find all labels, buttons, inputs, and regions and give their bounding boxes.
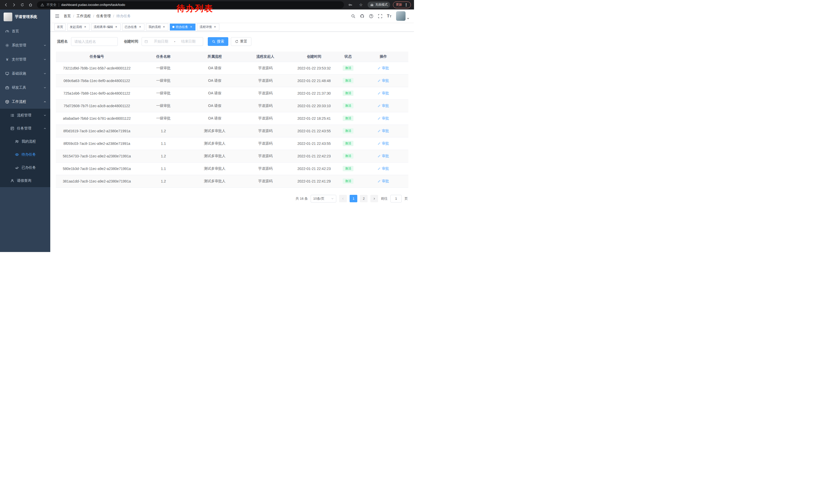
cell-created: 2022-01-21 22:43:55 (290, 137, 338, 150)
app-logo[interactable]: 芋道管理系统 (0, 9, 50, 24)
reset-button[interactable]: 重置 (231, 37, 251, 46)
sidebar-item-leave-query[interactable]: 请假查询 (0, 174, 50, 187)
help-button[interactable] (369, 13, 373, 18)
tab-5[interactable]: 待办任务 (170, 24, 196, 31)
user-menu[interactable] (396, 11, 409, 21)
prev-page-button[interactable] (339, 195, 347, 202)
approve-button[interactable]: 审批 (378, 116, 389, 121)
chevron-down-icon (44, 58, 46, 61)
fullscreen-button[interactable] (378, 13, 382, 18)
font-size-button[interactable] (387, 14, 392, 18)
approve-button[interactable]: 审批 (378, 166, 389, 171)
approve-button[interactable]: 审批 (378, 129, 389, 133)
approve-button[interactable]: 审批 (378, 154, 389, 158)
approve-button[interactable]: 审批 (378, 179, 389, 184)
browser-forward-button[interactable] (10, 1, 18, 9)
kebab-menu-icon[interactable] (404, 3, 408, 7)
cell-task-id: 381aa1dd-7ac8-11ec-a9e2-a2380e71991a (56, 175, 138, 187)
tab-3[interactable]: 已办任务 (122, 24, 144, 31)
approve-button[interactable]: 审批 (378, 91, 389, 96)
tab-2[interactable]: 流程表单-编辑 (91, 24, 121, 31)
tab-1[interactable]: 发起流程 (67, 24, 89, 31)
sidebar-item-dev-tools[interactable]: 研发工具 (0, 81, 50, 95)
cell-task-id: 73211d9d-7b9b-11ec-b5b7-acde48001122 (56, 62, 138, 74)
browser-update-button[interactable]: 更新 (393, 2, 411, 8)
double-check-icon (15, 166, 19, 170)
main-area: 首页 / 工作流程 / 任务管理 / 待办任务 (50, 9, 414, 252)
page-button-1[interactable]: 1 (349, 195, 357, 202)
sidebar-item-todo-task[interactable]: 待办任务 (0, 148, 50, 161)
incognito-badge: 无痕模式 (368, 2, 390, 8)
edit-icon (378, 92, 381, 95)
page-size-select[interactable]: 10条/页 (310, 195, 336, 202)
tab-6[interactable]: 流程详情 (197, 24, 219, 31)
github-link[interactable] (360, 13, 365, 18)
approve-button[interactable]: 审批 (378, 79, 389, 83)
address-bar[interactable]: 不安全 dashboard.yudao.iocoder.cn/bpm/task/… (37, 1, 344, 8)
approve-button[interactable]: 审批 (378, 141, 389, 146)
sidebar-item-home[interactable]: 首页 (0, 24, 50, 38)
header-search-button[interactable] (351, 13, 356, 18)
browser-home-button[interactable] (27, 1, 34, 9)
date-range-picker[interactable]: 开始日期 - 结束日期 (141, 37, 203, 46)
process-name-input[interactable] (71, 37, 118, 46)
page-size-value: 10条/页 (313, 196, 325, 201)
github-icon (360, 14, 365, 18)
sidebar-item-payment-mgmt[interactable]: 支付管理 (0, 52, 50, 66)
tab-close-icon[interactable] (138, 25, 142, 29)
search-icon (212, 40, 215, 43)
browser-back-button[interactable] (2, 1, 10, 9)
tab-close-icon[interactable] (189, 25, 193, 29)
cell-initiator: 芋道源码 (240, 175, 290, 187)
next-page-button[interactable] (370, 195, 378, 202)
cell-process: 测试多审批人 (189, 175, 240, 187)
breadcrumb-item-workflow[interactable]: 工作流程 (76, 14, 91, 18)
tab-close-icon[interactable] (114, 25, 118, 29)
cell-initiator: 芋道源码 (240, 62, 290, 74)
sidebar-item-task-mgmt[interactable]: 任务管理 (0, 122, 50, 135)
approve-button[interactable]: 审批 (378, 103, 389, 108)
cell-task-name: 1.1 (138, 162, 189, 175)
password-key-button[interactable] (346, 1, 354, 9)
home-icon (29, 3, 33, 7)
sidebar-item-my-process[interactable]: 我的流程 (0, 135, 50, 148)
approve-button[interactable]: 审批 (378, 66, 389, 71)
cell-initiator: 芋道源码 (240, 162, 290, 175)
reload-icon (20, 3, 24, 7)
sidebar-item-system-mgmt[interactable]: 系统管理 (0, 38, 50, 52)
table-row: 725a1eb6-7b88-11ec-8ef0-acde48001122 一级审… (56, 87, 408, 99)
menu-label: 基础设施 (12, 71, 26, 76)
table-row: 381aa1dd-7ac8-11ec-a9e2-a2380e71991a 1.2… (56, 175, 408, 187)
person-icon (10, 179, 14, 183)
cell-status: 激活 (338, 175, 358, 187)
cell-initiator: 芋道源码 (240, 99, 290, 112)
tab-0[interactable]: 首页 (54, 24, 66, 31)
sidebar-item-process-mgmt[interactable]: 流程管理 (0, 109, 50, 122)
tab-close-icon[interactable] (162, 25, 166, 29)
sidebar-item-infrastructure[interactable]: 基础设施 (0, 66, 50, 81)
tab-4[interactable]: 我的流程 (146, 24, 168, 31)
sidebar-item-done-task[interactable]: 已办任务 (0, 161, 50, 174)
tab-close-icon[interactable] (213, 25, 217, 29)
page-button-2[interactable]: 2 (360, 195, 368, 202)
search-button[interactable]: 搜索 (208, 37, 228, 46)
cell-status: 激活 (338, 87, 358, 99)
search-icon (351, 14, 356, 18)
sidebar-toggle-button[interactable] (55, 14, 59, 18)
tab-close-icon[interactable] (83, 25, 87, 29)
sidebar-item-workflow[interactable]: 工作流程 (0, 95, 50, 109)
cell-process: OA 请假 (189, 74, 240, 87)
bookmark-button[interactable] (357, 1, 365, 9)
goto-page-input[interactable] (390, 195, 402, 202)
status-badge: 激活 (343, 65, 354, 71)
cell-action: 审批 (358, 112, 408, 125)
cell-task-id: 58154733-7ac8-11ec-a9e2-a2380e71991a (56, 150, 138, 162)
breadcrumb-item-home[interactable]: 首页 (64, 14, 71, 18)
eye-icon (15, 152, 19, 156)
cell-task-id: 8f059c03-7ac8-11ec-a9e2-a2380e71991a (56, 137, 138, 150)
edit-icon (378, 104, 381, 107)
browser-reload-button[interactable] (18, 1, 26, 9)
gear-icon (5, 43, 9, 47)
breadcrumb-separator: / (113, 14, 114, 18)
breadcrumb-item-task-mgmt[interactable]: 任务管理 (96, 14, 111, 18)
